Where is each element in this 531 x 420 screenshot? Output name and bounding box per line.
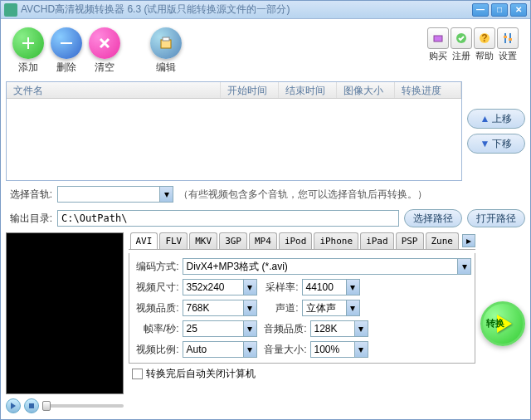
svg-rect-2 (434, 36, 442, 42)
col-size[interactable]: 图像大小 (337, 82, 395, 98)
buy-button[interactable]: 购买 (427, 27, 449, 62)
preview-panel (6, 232, 124, 414)
fps-select[interactable]: 25▾ (183, 320, 257, 337)
play-button[interactable] (6, 398, 21, 413)
move-down-button[interactable]: ▼下移 (467, 134, 525, 154)
chevron-down-icon: ▾ (243, 321, 256, 336)
audio-quality-select[interactable]: 128K▾ (310, 320, 368, 337)
help-button[interactable]: ?帮助 (474, 27, 495, 62)
audio-quality-label: 音频品质: (261, 322, 307, 336)
col-end[interactable]: 结束时间 (279, 82, 337, 98)
slider-thumb[interactable] (42, 401, 51, 411)
audio-track-label: 选择音轨: (6, 188, 52, 202)
stop-button[interactable] (24, 398, 39, 413)
close-button[interactable]: ✕ (510, 3, 527, 17)
maximize-button[interactable]: □ (491, 3, 508, 17)
seek-slider[interactable] (42, 404, 124, 408)
format-tabs: AVI FLV MKV 3GP MP4 iPod iPhone iPad PSP… (129, 232, 476, 250)
main-toolbar: 添加 删除 清空 编辑 购买 注册 ?帮助 设置 (6, 24, 525, 78)
chevron-down-icon: ▾ (243, 280, 256, 295)
channel-select[interactable]: 立体声▾ (302, 300, 360, 316)
shutdown-label: 转换完后自动关闭计算机 (146, 367, 256, 381)
tab-zune[interactable]: Zune (426, 232, 460, 249)
col-progress[interactable]: 转换进度 (395, 82, 461, 98)
tab-psp[interactable]: PSP (396, 232, 424, 249)
tab-flv[interactable]: FLV (159, 232, 188, 249)
tab-ipad[interactable]: iPad (360, 232, 394, 249)
preview-screen[interactable] (6, 232, 124, 394)
plus-icon (12, 27, 44, 59)
volume-select[interactable]: 100%▾ (310, 341, 368, 358)
titlebar[interactable]: AVCHD高清视频转换器 6.3 (试用版只能转换源文件的一部分) — □ ✕ (1, 1, 530, 19)
chevron-down-icon: ▾ (346, 280, 359, 295)
chevron-down-icon: ▾ (346, 300, 359, 315)
format-settings: AVI FLV MKV 3GP MP4 iPod iPhone iPad PSP… (129, 232, 476, 414)
svg-rect-10 (29, 403, 34, 408)
edit-button[interactable]: 编辑 (150, 27, 182, 75)
sample-rate-label: 采样率: (261, 281, 299, 295)
chevron-down-icon: ▾ (457, 259, 470, 274)
tab-scroll-button[interactable]: ▸ (462, 234, 475, 247)
delete-button[interactable]: 删除 (51, 27, 82, 75)
encode-select[interactable]: DivX4+MP3格式 (*.avi)▾ (183, 258, 472, 275)
register-button[interactable]: 注册 (451, 27, 472, 62)
minus-icon (51, 27, 82, 59)
chevron-down-icon: ▼ (480, 138, 490, 149)
audio-track-select[interactable]: ▾ (57, 186, 173, 203)
tab-mkv[interactable]: MKV (189, 232, 217, 249)
svg-rect-1 (163, 37, 169, 41)
channel-label: 声道: (261, 301, 299, 315)
aspect-select[interactable]: Auto▾ (183, 341, 257, 358)
tab-mp4[interactable]: MP4 (249, 232, 277, 249)
window-title: AVCHD高清视频转换器 6.3 (试用版只能转换源文件的一部分) (21, 2, 472, 17)
gear-icon (497, 27, 519, 49)
video-quality-label: 视频品质: (133, 301, 179, 315)
audio-track-hint: （有些视频包含多个音轨，您可以选择音轨后再转换。） (178, 188, 427, 202)
list-header: 文件名 开始时间 结束时间 图像大小 转换进度 (7, 82, 461, 99)
svg-text:?: ? (481, 32, 487, 44)
edit-icon (150, 27, 182, 59)
fps-label: 帧率/秒: (133, 322, 179, 336)
video-size-label: 视频尺寸: (133, 281, 179, 295)
col-filename[interactable]: 文件名 (7, 82, 221, 98)
chevron-down-icon: ▾ (159, 187, 173, 202)
move-up-button[interactable]: ▲上移 (467, 109, 525, 129)
shutdown-checkbox[interactable] (132, 369, 143, 379)
choose-path-button[interactable]: 选择路径 (404, 209, 462, 227)
chevron-down-icon: ▾ (354, 342, 368, 357)
file-list[interactable]: 文件名 开始时间 结束时间 图像大小 转换进度 (6, 81, 462, 181)
minimize-button[interactable]: — (472, 3, 489, 17)
clear-button[interactable]: 清空 (89, 27, 120, 75)
x-icon (89, 27, 120, 59)
volume-label: 音量大小: (261, 343, 307, 357)
app-window: AVCHD高清视频转换器 6.3 (试用版只能转换源文件的一部分) — □ ✕ … (0, 0, 531, 420)
tab-3gp[interactable]: 3GP (219, 232, 247, 249)
chevron-down-icon: ▾ (354, 321, 368, 336)
cart-icon (427, 27, 449, 49)
convert-button[interactable]: 转换 (480, 301, 525, 346)
video-size-select[interactable]: 352x240▾ (183, 279, 257, 295)
add-button[interactable]: 添加 (12, 27, 44, 75)
open-path-button[interactable]: 打开路径 (467, 209, 525, 227)
tab-avi[interactable]: AVI (130, 232, 158, 249)
help-icon: ? (474, 27, 495, 49)
chevron-down-icon: ▾ (243, 300, 256, 315)
video-quality-select[interactable]: 768K▾ (183, 300, 257, 316)
key-icon (451, 27, 472, 49)
chevron-up-icon: ▲ (480, 113, 490, 125)
tab-ipod[interactable]: iPod (279, 232, 313, 249)
settings-button[interactable]: 设置 (497, 27, 519, 62)
chevron-down-icon: ▾ (243, 342, 256, 357)
aspect-label: 视频比例: (133, 343, 179, 357)
col-start[interactable]: 开始时间 (221, 82, 279, 98)
svg-rect-8 (504, 36, 507, 38)
app-icon (4, 3, 17, 17)
svg-rect-9 (509, 38, 512, 41)
encode-label: 编码方式: (133, 260, 179, 274)
sample-rate-select[interactable]: 44100▾ (302, 279, 360, 295)
output-dir-input[interactable]: C:\OutPath\ (57, 210, 399, 227)
tab-iphone[interactable]: iPhone (314, 232, 358, 249)
output-dir-label: 输出目录: (6, 212, 52, 226)
